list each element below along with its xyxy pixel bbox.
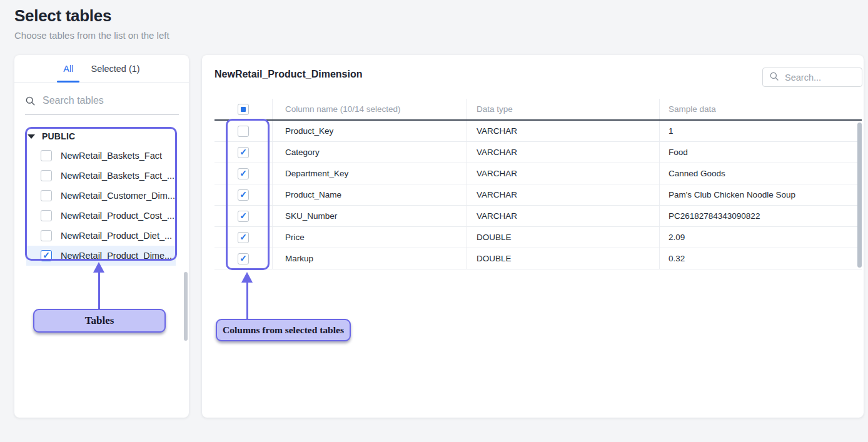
page-title: Select tables bbox=[14, 6, 169, 26]
tables-tree: PUBLIC ✓ NewRetail_Baskets_Fact ✓ NewRet… bbox=[14, 127, 189, 266]
column-checkbox-cell: ✓ bbox=[214, 227, 272, 248]
column-sample-cell: 1 bbox=[659, 121, 862, 141]
header-checkbox-cell bbox=[214, 99, 272, 119]
table-name: NewRetail_Baskets_Fact bbox=[61, 151, 162, 161]
schema-row[interactable]: PUBLIC bbox=[14, 127, 189, 146]
column-checkbox-cell: ✓ bbox=[214, 206, 272, 226]
table-checkbox[interactable]: ✓ bbox=[41, 230, 52, 241]
column-checkbox-cell: ✓ bbox=[214, 184, 272, 205]
page-header: Select tables Choose tables from the lis… bbox=[14, 6, 169, 41]
column-row: ✓ Markup DOUBLE 0.32 bbox=[214, 248, 862, 269]
table-checkbox[interactable]: ✓ bbox=[41, 190, 52, 201]
column-sample-cell: Pam's Club Chicken Noodle Soup bbox=[659, 184, 862, 205]
table-list-item[interactable]: ✓ NewRetail_Product_Cost_... bbox=[14, 206, 189, 226]
column-checkbox[interactable]: ✓ bbox=[238, 126, 249, 137]
check-icon: ✓ bbox=[43, 251, 50, 259]
header-sample-data: Sample data bbox=[659, 99, 862, 119]
column-row: ✓ Department_Key VARCHAR Canned Goods bbox=[214, 163, 862, 184]
page-subtitle: Choose tables from the list on the left bbox=[14, 30, 169, 41]
column-sample-cell: 2.09 bbox=[659, 227, 862, 248]
search-tables-placeholder: Search tables bbox=[43, 95, 104, 106]
search-icon bbox=[25, 96, 36, 106]
header-column-name: Column name (10/14 selected) bbox=[272, 99, 466, 119]
column-checkbox-cell: ✓ bbox=[214, 163, 272, 184]
table-list-item[interactable]: ✓ NewRetail_Product_Diet_... bbox=[14, 226, 189, 246]
table-name: NewRetail_Product_Dime... bbox=[61, 251, 172, 261]
column-checkbox[interactable]: ✓ bbox=[238, 211, 249, 222]
column-checkbox-cell: ✓ bbox=[214, 248, 272, 269]
column-name-cell: SKU_Number bbox=[272, 206, 466, 226]
columns-table-header: Column name (10/14 selected) Data type S… bbox=[214, 99, 862, 121]
column-type-cell: VARCHAR bbox=[466, 206, 659, 226]
column-type-cell: DOUBLE bbox=[466, 227, 659, 248]
column-row: ✓ Price DOUBLE 2.09 bbox=[214, 227, 862, 248]
tables-panel-scrollbar[interactable] bbox=[184, 272, 188, 341]
tab-selected[interactable]: Selected (1) bbox=[84, 55, 146, 82]
column-name-cell: Category bbox=[272, 142, 466, 163]
column-type-cell: VARCHAR bbox=[466, 121, 659, 141]
column-type-cell: VARCHAR bbox=[466, 163, 659, 184]
table-checkbox[interactable]: ✓ bbox=[41, 150, 52, 161]
columns-panel: NewRetail_Product_Dimension Search... Co… bbox=[202, 55, 864, 418]
column-checkbox-cell: ✓ bbox=[214, 142, 272, 163]
column-checkbox[interactable]: ✓ bbox=[238, 232, 249, 243]
tab-all[interactable]: All bbox=[57, 55, 79, 82]
column-checkbox-cell: ✓ bbox=[214, 121, 272, 141]
header-data-type: Data type bbox=[466, 99, 659, 119]
tab-selected-label: Selected (1) bbox=[91, 64, 139, 74]
selected-table-title: NewRetail_Product_Dimension bbox=[214, 69, 363, 80]
search-columns-input[interactable]: Search... bbox=[762, 68, 862, 87]
search-icon bbox=[769, 71, 779, 84]
columns-annotation-label: Columns from selected tables bbox=[216, 319, 351, 341]
table-checkbox[interactable]: ✓ bbox=[41, 210, 52, 221]
caret-down-icon[interactable] bbox=[28, 134, 35, 139]
column-row: ✓ Product_Name VARCHAR Pam's Club Chicke… bbox=[214, 184, 862, 206]
column-row: ✓ SKU_Number VARCHAR PC26182784343090822 bbox=[214, 206, 862, 227]
column-checkbox[interactable]: ✓ bbox=[238, 189, 249, 201]
select-all-checkbox[interactable] bbox=[238, 104, 249, 115]
column-checkbox[interactable]: ✓ bbox=[238, 147, 249, 158]
tables-panel-tabs: All Selected (1) bbox=[14, 55, 189, 83]
column-type-cell: DOUBLE bbox=[466, 248, 659, 269]
columns-table-scrollbar[interactable] bbox=[857, 123, 862, 268]
check-icon: ✓ bbox=[240, 148, 247, 156]
schema-name: PUBLIC bbox=[42, 131, 75, 141]
tables-list: ✓ NewRetail_Baskets_Fact ✓ NewRetail_Bas… bbox=[14, 146, 189, 266]
check-icon: ✓ bbox=[240, 211, 247, 220]
tables-annotation-arrow-line bbox=[98, 272, 100, 309]
table-checkbox[interactable]: ✓ bbox=[41, 170, 52, 181]
tab-all-label: All bbox=[63, 64, 73, 74]
search-tables-input[interactable]: Search tables bbox=[25, 91, 179, 115]
tables-panel: All Selected (1) Search tables PUBLIC ✓ … bbox=[14, 55, 189, 418]
column-name-cell: Price bbox=[272, 227, 466, 248]
check-icon: ✓ bbox=[240, 169, 247, 178]
column-checkbox[interactable]: ✓ bbox=[238, 168, 249, 179]
column-sample-cell: PC26182784343090822 bbox=[659, 206, 862, 226]
column-row: ✓ Category VARCHAR Food bbox=[214, 142, 862, 163]
tables-annotation-arrowhead-icon bbox=[93, 262, 104, 273]
column-type-cell: VARCHAR bbox=[466, 184, 659, 205]
table-list-item[interactable]: ✓ NewRetail_Customer_Dim... bbox=[14, 186, 189, 206]
check-icon: ✓ bbox=[240, 254, 247, 263]
table-name: NewRetail_Product_Diet_... bbox=[61, 231, 172, 241]
check-icon: ✓ bbox=[240, 233, 247, 241]
column-sample-cell: Canned Goods bbox=[659, 163, 862, 184]
column-checkbox[interactable]: ✓ bbox=[238, 253, 249, 264]
column-name-cell: Department_Key bbox=[272, 163, 466, 184]
column-name-cell: Product_Name bbox=[272, 184, 466, 205]
check-icon: ✓ bbox=[240, 190, 247, 199]
table-checkbox[interactable]: ✓ bbox=[41, 250, 52, 261]
table-name: NewRetail_Baskets_Fact_... bbox=[61, 171, 174, 181]
columns-annotation-text: Columns from selected tables bbox=[223, 324, 344, 336]
columns-table: Column name (10/14 selected) Data type S… bbox=[214, 99, 862, 269]
columns-table-body: ✓ Product_Key VARCHAR 1 ✓ Category VARCH… bbox=[214, 121, 862, 269]
table-name: NewRetail_Product_Cost_... bbox=[61, 211, 174, 221]
table-list-item[interactable]: ✓ NewRetail_Baskets_Fact bbox=[14, 146, 189, 166]
tables-annotation-label: Tables bbox=[33, 309, 166, 333]
column-sample-cell: 0.32 bbox=[659, 248, 862, 269]
column-name-cell: Product_Key bbox=[272, 121, 466, 141]
tables-annotation-text: Tables bbox=[85, 314, 114, 327]
column-sample-cell: Food bbox=[659, 142, 862, 163]
column-row: ✓ Product_Key VARCHAR 1 bbox=[214, 121, 862, 142]
table-list-item[interactable]: ✓ NewRetail_Baskets_Fact_... bbox=[14, 166, 189, 186]
